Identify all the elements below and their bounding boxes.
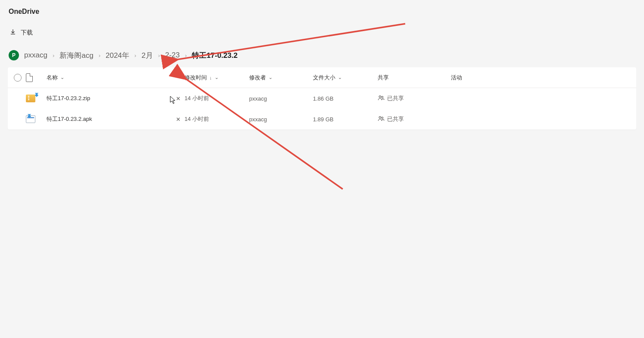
- file-name[interactable]: 特工17-0.23.2.apk: [47, 115, 172, 123]
- file-name[interactable]: 特工17-0.23.2.zip: [47, 95, 172, 102]
- breadcrumb-item[interactable]: 2月: [141, 51, 153, 60]
- column-activity-label: 活动: [451, 74, 462, 82]
- modified-date: 14 小时前: [184, 95, 249, 102]
- svg-point-0: [379, 95, 381, 97]
- file-type-icon: [26, 115, 47, 123]
- chevron-right-icon: ›: [53, 52, 54, 59]
- column-name-label: 名称: [47, 74, 58, 82]
- modified-date: 14 小时前: [184, 115, 249, 123]
- column-modified-by-label: 修改者: [249, 74, 266, 82]
- column-modified[interactable]: 修改时间 ↓ ⌄: [184, 74, 249, 82]
- file-name-text: 特工17-0.23.2.zip: [47, 95, 90, 102]
- app-title: OneDrive: [0, 0, 644, 20]
- download-button[interactable]: 下载: [9, 28, 33, 37]
- pin-icon[interactable]: ✕: [172, 95, 184, 102]
- modified-by: pxxacg: [249, 95, 313, 102]
- breadcrumb-item[interactable]: 2024年: [106, 51, 129, 60]
- chevron-right-icon: ›: [158, 52, 160, 59]
- chevron-down-icon: ⌄: [269, 75, 272, 80]
- filetype-header-icon[interactable]: [26, 73, 47, 82]
- toolbar: 下载: [0, 20, 644, 44]
- svg-point-2: [379, 116, 381, 118]
- column-modified-by[interactable]: 修改者 ⌄: [249, 74, 313, 82]
- chevron-down-icon: ⌄: [60, 75, 64, 80]
- table-header: 名称 ⌄ 修改时间 ↓ ⌄ 修改者 ⌄ 文件大小 ⌄ 共享 活动: [8, 67, 636, 88]
- sort-down-icon: ↓: [209, 75, 212, 80]
- chevron-down-icon: ⌄: [338, 75, 342, 80]
- modified-by: pxxacg: [249, 116, 313, 123]
- file-size: 1.86 GB: [313, 95, 378, 102]
- download-icon: [9, 28, 16, 37]
- file-list-panel: 名称 ⌄ 修改时间 ↓ ⌄ 修改者 ⌄ 文件大小 ⌄ 共享 活动 特工17-0.…: [8, 67, 636, 130]
- svg-point-1: [381, 96, 383, 98]
- table-row[interactable]: 特工17-0.23.2.apk✕14 小时前pxxacg1.89 GB已共享: [8, 109, 636, 130]
- breadcrumb-current: 特工17-0.23.2: [192, 51, 238, 60]
- sharing-status[interactable]: 已共享: [378, 95, 451, 103]
- column-size-label: 文件大小: [313, 74, 335, 82]
- chevron-right-icon: ›: [185, 52, 187, 59]
- column-sharing-label: 共享: [378, 74, 389, 82]
- column-sharing[interactable]: 共享: [378, 74, 451, 82]
- column-name[interactable]: 名称 ⌄: [47, 74, 172, 82]
- column-activity[interactable]: 活动: [451, 74, 636, 82]
- file-size: 1.89 GB: [313, 116, 378, 123]
- table-row[interactable]: 特工17-0.23.2.zip✕14 小时前pxxacg1.86 GB已共享: [8, 88, 636, 109]
- download-label: 下载: [21, 29, 33, 37]
- people-icon: [378, 115, 385, 123]
- chevron-right-icon: ›: [134, 52, 136, 59]
- chevron-right-icon: ›: [99, 52, 100, 59]
- column-modified-label: 修改时间: [184, 74, 207, 82]
- svg-point-3: [381, 117, 383, 119]
- avatar[interactable]: P: [9, 50, 19, 60]
- column-size[interactable]: 文件大小 ⌄: [313, 74, 378, 82]
- sharing-status[interactable]: 已共享: [378, 115, 451, 123]
- breadcrumb-item[interactable]: 新海阁acg: [59, 51, 93, 60]
- select-all[interactable]: [8, 74, 26, 82]
- file-type-icon: [26, 95, 47, 102]
- breadcrumb-item[interactable]: 2-23: [165, 51, 180, 60]
- pin-icon[interactable]: ✕: [172, 116, 184, 123]
- sharing-label: 已共享: [387, 115, 404, 123]
- breadcrumb: P pxxacg › 新海阁acg › 2024年 › 2月 › 2-23 › …: [0, 44, 644, 67]
- sharing-label: 已共享: [387, 95, 404, 102]
- people-icon: [378, 95, 385, 103]
- chevron-down-icon: ⌄: [215, 75, 219, 80]
- breadcrumb-item[interactable]: pxxacg: [24, 51, 47, 60]
- file-name-text: 特工17-0.23.2.apk: [47, 115, 92, 123]
